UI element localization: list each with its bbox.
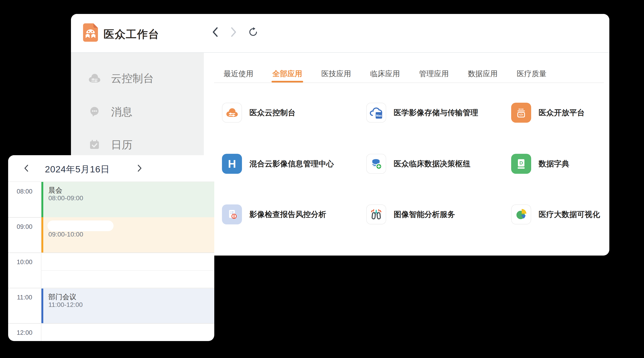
calendar-body: 晨会 08:00-09:00 09:00-10:00 部门会议 11:00-12… bbox=[8, 182, 214, 341]
sidebar-item-label: 消息 bbox=[111, 101, 132, 122]
app-label: 医疗大数据可视化 bbox=[538, 209, 600, 220]
calendar-header: 2024年5月16日 bbox=[8, 155, 214, 182]
event-time: 09:00-10:00 bbox=[48, 231, 83, 238]
tab-clinical-apps[interactable]: 临床应用 bbox=[370, 70, 400, 82]
tab-quality[interactable]: 医疗质量 bbox=[517, 70, 546, 82]
calendar-event-morning-meeting[interactable]: 晨会 08:00-09:00 bbox=[42, 182, 214, 217]
event-title: 晨会 bbox=[48, 186, 62, 195]
app-item-cloud-console[interactable]: 医众云控制台 bbox=[222, 103, 296, 123]
redacted-event-title bbox=[48, 220, 114, 231]
calendar-panel: 2024年5月16日 晨会 08:00-09:00 bbox=[8, 155, 214, 341]
cloud-settings-icon bbox=[222, 103, 242, 123]
svg-text:Mas: Mas bbox=[376, 114, 382, 117]
calendar-event-redacted[interactable]: 09:00-10:00 bbox=[42, 217, 214, 253]
refresh-icon bbox=[248, 26, 258, 37]
back-button[interactable] bbox=[210, 27, 220, 37]
app-label: 医众开放平台 bbox=[538, 108, 585, 118]
app-label: 医学影像存储与传输管理 bbox=[394, 108, 478, 118]
hour-line bbox=[8, 323, 214, 324]
time-label: 10:00 bbox=[8, 259, 41, 266]
app-label: 医众云控制台 bbox=[250, 108, 296, 118]
refresh-button[interactable] bbox=[248, 26, 258, 37]
calendar-date: 2024年5月16日 bbox=[45, 163, 110, 176]
hour-line bbox=[8, 253, 214, 253]
app-item-big-data-visualization[interactable]: 医疗大数据可视化 bbox=[511, 204, 600, 224]
app-label: 医众临床数据决策枢纽 bbox=[394, 159, 470, 169]
app-label: 图像智能分析服务 bbox=[394, 209, 455, 220]
sidebar-item-label: 日历 bbox=[111, 134, 132, 155]
clinical-database-icon bbox=[366, 154, 386, 174]
tab-management-apps[interactable]: 管理应用 bbox=[419, 70, 449, 82]
forward-button[interactable] bbox=[228, 27, 239, 37]
time-label: 11:00 bbox=[8, 294, 41, 301]
app-item-image-storage[interactable]: Mas 医学影像存储与传输管理 bbox=[366, 103, 478, 123]
cloud-settings-icon bbox=[88, 68, 101, 89]
calendar-next-button[interactable] bbox=[135, 163, 144, 173]
pie-chart-icon bbox=[511, 204, 531, 224]
open-platform-icon: </> bbox=[511, 103, 531, 123]
event-title: 部门会议 bbox=[48, 292, 76, 302]
tab-medtech-apps[interactable]: 医技应用 bbox=[321, 70, 351, 82]
data-dictionary-icon: D bbox=[511, 154, 531, 174]
app-label: 影像检查报告风控分析 bbox=[250, 209, 326, 220]
event-time: 08:00-09:00 bbox=[48, 194, 83, 202]
screen: 医众工作台 bbox=[0, 0, 644, 358]
app-logo-icon bbox=[83, 23, 98, 42]
calendar-check-icon bbox=[88, 134, 101, 155]
app-label: 数据字典 bbox=[538, 159, 569, 169]
app-item-data-dictionary[interactable]: D 数据字典 bbox=[511, 154, 569, 174]
window-header: 医众工作台 bbox=[71, 14, 609, 52]
hour-line bbox=[8, 288, 214, 288]
app-item-open-platform[interactable]: </> 医众开放平台 bbox=[511, 103, 585, 123]
svg-text:D: D bbox=[519, 160, 523, 166]
time-label: 08:00 bbox=[8, 188, 41, 195]
time-label: 12:00 bbox=[8, 329, 41, 336]
calendar-prev-button[interactable] bbox=[22, 163, 31, 173]
app-item-clinical-data-hub[interactable]: 医众临床数据决策枢纽 bbox=[366, 154, 470, 174]
report-risk-icon bbox=[222, 204, 242, 224]
sidebar-item-calendar[interactable]: 日历 bbox=[71, 134, 204, 155]
app-label: 混合云影像信息管理中心 bbox=[250, 159, 334, 169]
hybrid-cloud-icon: H bbox=[222, 154, 242, 174]
tab-data-apps[interactable]: 数据应用 bbox=[468, 70, 498, 82]
time-gutter-border bbox=[41, 182, 42, 341]
page-title: 医众工作台 bbox=[104, 27, 159, 42]
chevron-left-icon bbox=[24, 165, 29, 172]
calendar-event-department-meeting[interactable]: 部门会议 11:00-12:00 bbox=[42, 289, 214, 323]
tab-recent[interactable]: 最近使用 bbox=[224, 70, 253, 82]
sidebar-item-messages[interactable]: 消息 bbox=[71, 101, 204, 122]
lungs-icon bbox=[366, 204, 386, 224]
sidebar-item-cloud-console[interactable]: 云控制台 bbox=[71, 68, 204, 89]
app-item-image-analysis[interactable]: 图像智能分析服务 bbox=[366, 204, 455, 224]
tab-bar: 最近使用 全部应用 医技应用 临床应用 管理应用 数据应用 医疗质量 bbox=[224, 70, 546, 82]
time-label: 09:00 bbox=[8, 223, 41, 230]
svg-text:</>: </> bbox=[519, 113, 524, 116]
chevron-left-icon bbox=[212, 27, 218, 37]
sidebar-item-label: 云控制台 bbox=[111, 68, 154, 89]
chevron-right-icon bbox=[137, 165, 142, 172]
cloud-storage-icon: Mas bbox=[366, 103, 386, 123]
event-time: 11:00-12:00 bbox=[48, 301, 82, 309]
app-item-hybrid-cloud-center[interactable]: H 混合云影像信息管理中心 bbox=[222, 154, 334, 174]
message-icon bbox=[88, 101, 101, 122]
chevron-right-icon bbox=[230, 27, 236, 37]
tabs-divider bbox=[214, 82, 604, 83]
half-hour-line bbox=[42, 270, 214, 271]
tab-all-apps[interactable]: 全部应用 bbox=[272, 70, 302, 82]
app-item-report-risk-analysis[interactable]: 影像检查报告风控分析 bbox=[222, 204, 326, 224]
